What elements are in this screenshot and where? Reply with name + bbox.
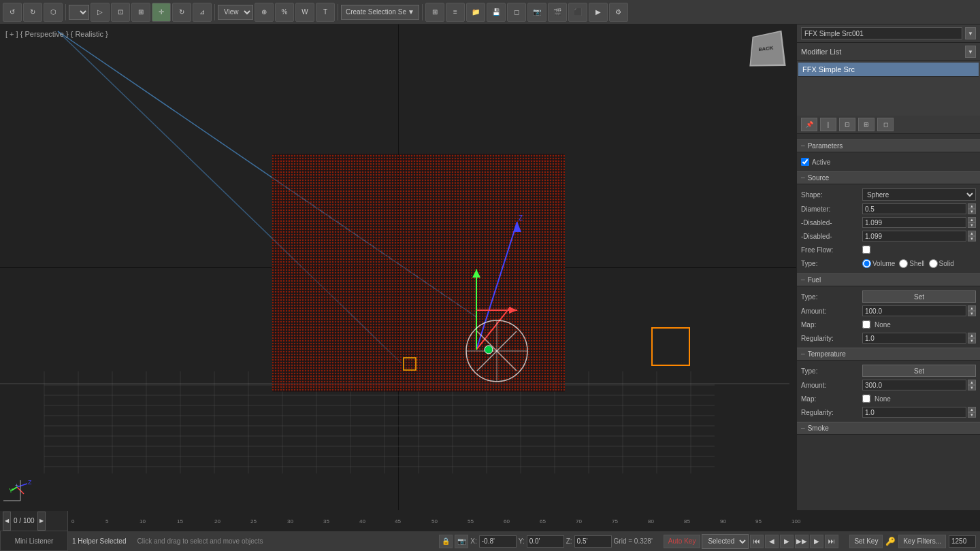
temp-amount-input[interactable] <box>862 380 966 390</box>
temp-regularity-input[interactable] <box>862 407 966 418</box>
render-btn[interactable]: 🎬 <box>548 3 567 22</box>
next-frame-btn[interactable]: ▶ <box>810 535 823 548</box>
frame-num-input[interactable] <box>949 535 976 548</box>
set-key-btn[interactable]: Set Key <box>849 535 883 548</box>
timeline-prev-btn[interactable]: ◀ <box>3 512 11 531</box>
extra-btn[interactable]: ⚙ <box>609 3 628 22</box>
type-solid-label[interactable]: Solid <box>929 259 954 268</box>
key-filters-btn[interactable]: Key Filters... <box>898 535 946 548</box>
temp-regularity-up-btn[interactable]: ▲ <box>968 407 976 412</box>
fuel-amount-down-btn[interactable]: ▼ <box>968 311 976 316</box>
type-shell-label[interactable]: Shell <box>899 259 924 268</box>
diameter-down-btn[interactable]: ▼ <box>968 209 976 214</box>
fuel-amount-input[interactable] <box>862 305 966 316</box>
disabled1-input[interactable] <box>862 217 966 228</box>
rotate-btn[interactable]: ↻ <box>172 3 191 22</box>
redo-btn[interactable]: ↻ <box>23 3 42 22</box>
lock-btn[interactable]: 🔒 <box>439 535 453 548</box>
x-input[interactable] <box>479 535 517 548</box>
y-input[interactable] <box>527 535 564 548</box>
select-move-btn[interactable]: ✛ <box>152 3 171 22</box>
active-checkbox[interactable] <box>801 158 809 166</box>
render2-btn[interactable]: ⬛ <box>568 3 587 22</box>
create-selection-btn[interactable]: Create Selection Se ▼ <box>341 5 419 20</box>
undo-btn[interactable]: ↺ <box>3 3 22 22</box>
z-input[interactable] <box>574 535 612 548</box>
mod-display-btn[interactable]: ◻ <box>877 118 894 131</box>
select-btn[interactable]: ▷ <box>91 3 110 22</box>
type-shell-radio[interactable] <box>899 259 908 268</box>
view-dropdown[interactable]: View <box>218 5 253 20</box>
mini-listener[interactable]: Mini Listener <box>0 531 68 551</box>
scale-btn[interactable]: ⊿ <box>193 3 212 22</box>
fuel-regularity-down-btn[interactable]: ▼ <box>968 338 976 344</box>
type-volume-radio[interactable] <box>862 259 871 268</box>
layer-btn[interactable]: ≡ <box>446 3 465 22</box>
fuel-amount-up-btn[interactable]: ▲ <box>968 305 976 311</box>
source-section-header[interactable]: ─ Source <box>797 171 980 184</box>
media-btn[interactable]: ▶ <box>589 3 608 22</box>
auto-key-btn[interactable]: Auto Key <box>664 535 701 548</box>
temp-amount-up-btn[interactable]: ▲ <box>968 380 976 385</box>
fuel-regularity-up-btn[interactable]: ▲ <box>968 333 976 338</box>
play-btn[interactable]: ▶ <box>780 535 794 548</box>
use-pivot-btn[interactable]: ⊕ <box>255 3 274 22</box>
goto-end-btn[interactable]: ⏭ <box>825 535 838 548</box>
nav-cube[interactable]: BACK <box>749 31 789 72</box>
camera-btn[interactable]: 📷 <box>527 3 546 22</box>
modifier-item-ffx[interactable]: FFX Simple Src <box>798 63 979 77</box>
mod-paste-btn[interactable]: ⊞ <box>858 118 875 131</box>
transform-type-btn[interactable]: T <box>316 3 335 22</box>
temp-section-header[interactable]: ─ Temperature <box>797 348 980 361</box>
temp-regularity-down-btn[interactable]: ▼ <box>968 412 976 418</box>
diameter-up-btn[interactable]: ▲ <box>968 203 976 209</box>
object-name-input[interactable] <box>801 27 962 39</box>
timeline-next-btn[interactable]: ▶ <box>37 512 46 531</box>
mod-copy-btn[interactable]: ⊡ <box>839 118 855 131</box>
temp-set-btn[interactable]: Set <box>862 365 976 377</box>
disabled2-input[interactable] <box>862 231 966 241</box>
selected-dropdown[interactable]: Selected <box>702 534 749 549</box>
fuel-section-header[interactable]: ─ Fuel <box>797 273 980 286</box>
coord-camera-btn[interactable]: 📷 <box>455 535 468 548</box>
fuel-regularity-input[interactable] <box>862 333 966 344</box>
nav-cube-box[interactable]: BACK <box>749 31 785 67</box>
modifier-list-dropdown-btn[interactable]: ▼ <box>965 46 976 58</box>
all-dropdown[interactable]: All <box>69 5 89 20</box>
type-label: Type: <box>801 260 862 267</box>
disabled1-up-btn[interactable]: ▲ <box>968 217 976 222</box>
shape-dropdown[interactable]: Sphere Box Cylinder <box>862 188 976 201</box>
svg-text:+: + <box>15 482 18 488</box>
prev-frame-btn[interactable]: ◀ <box>765 535 779 548</box>
goto-start-btn[interactable]: ⏮ <box>750 535 764 548</box>
fuel-map-row: Map: None <box>801 318 976 331</box>
disabled1-down-btn[interactable]: ▼ <box>968 222 976 228</box>
schematic-btn[interactable]: ⊞ <box>425 3 444 22</box>
smoke-section-header[interactable]: ─ Smoke <box>797 422 980 435</box>
diameter-input[interactable] <box>862 203 966 214</box>
object-name-arrow-btn[interactable]: ▼ <box>965 27 976 39</box>
save-btn[interactable]: 💾 <box>487 3 506 22</box>
type-volume-label[interactable]: Volume <box>862 259 895 268</box>
parameters-section-header[interactable]: ─ Parameters <box>797 139 980 152</box>
timeline-track[interactable]: 0 5 10 15 20 25 30 35 40 45 50 55 60 65 … <box>68 511 980 531</box>
temp-map-checkbox[interactable] <box>862 395 870 403</box>
mod-pipe-btn[interactable]: | <box>820 118 836 131</box>
abs-world-btn[interactable]: W <box>295 3 314 22</box>
fuel-set-btn[interactable]: Set <box>862 290 976 303</box>
play-real-btn[interactable]: ▶▶ <box>795 535 808 548</box>
select-obj-btn[interactable]: ⬡ <box>44 3 63 22</box>
temp-amount-down-btn[interactable]: ▼ <box>968 385 976 390</box>
disabled2-up-btn[interactable]: ▲ <box>968 231 976 236</box>
display-btn[interactable]: ◻ <box>507 3 526 22</box>
open-btn[interactable]: 📁 <box>466 3 485 22</box>
free-flow-checkbox[interactable] <box>862 246 870 254</box>
mod-pin-btn[interactable]: 📌 <box>801 118 817 131</box>
disabled2-down-btn[interactable]: ▼ <box>968 236 976 241</box>
viewport[interactable]: [ + ] { Perspective } { Realistic } BACK <box>0 24 796 510</box>
region-select-btn[interactable]: ⊡ <box>111 3 130 22</box>
type-solid-radio[interactable] <box>929 259 938 268</box>
window-crossing-btn[interactable]: ⊞ <box>131 3 150 22</box>
percent-btn[interactable]: % <box>275 3 294 22</box>
fuel-map-checkbox[interactable] <box>862 320 870 329</box>
